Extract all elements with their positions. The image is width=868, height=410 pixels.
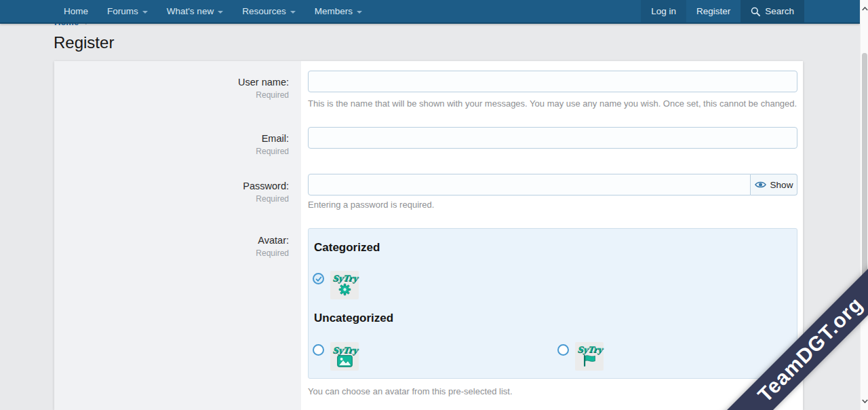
avatar-name-text: SyTry bbox=[332, 274, 357, 282]
avatar-help-text: You can choose an avatar from this pre-s… bbox=[308, 386, 797, 396]
avatar-option-picture[interactable]: SyTry bbox=[313, 342, 359, 371]
radio-unchecked-icon[interactable] bbox=[313, 344, 324, 356]
page-title: Register bbox=[54, 33, 114, 52]
radio-unchecked-icon[interactable] bbox=[557, 344, 569, 356]
email-field[interactable] bbox=[308, 127, 797, 149]
scrollbar[interactable] bbox=[860, 0, 868, 410]
radio-checked-icon[interactable] bbox=[313, 273, 324, 284]
scroll-up-arrow-icon[interactable] bbox=[861, 4, 868, 14]
avatar-name-text: SyTry bbox=[576, 346, 602, 354]
search-label: Search bbox=[765, 6, 794, 16]
search-icon bbox=[751, 7, 760, 16]
email-label: Email: bbox=[54, 133, 289, 144]
password-label: Password: bbox=[54, 181, 289, 191]
top-navbar: Home Forums What's new Resources Members… bbox=[0, 0, 860, 24]
avatar-image[interactable]: SyTry bbox=[330, 342, 359, 371]
login-button[interactable]: Log in bbox=[641, 0, 686, 22]
chevron-down-icon bbox=[218, 11, 223, 14]
nav-item-label: What's new bbox=[167, 6, 214, 16]
avatar-label: Avatar: bbox=[54, 235, 289, 246]
nav-item-label: Forums bbox=[107, 6, 138, 16]
password-help-text: Entering a password is required. bbox=[308, 200, 797, 210]
register-label: Register bbox=[696, 6, 730, 16]
username-required-hint: Required bbox=[54, 90, 289, 100]
avatar-group-heading-categorized: Categorized bbox=[314, 241, 380, 255]
register-form-card: User name: Required This is the name tha… bbox=[54, 61, 803, 410]
nav-item-forums[interactable]: Forums bbox=[98, 0, 157, 22]
chevron-down-icon bbox=[290, 11, 296, 14]
chevron-down-icon bbox=[142, 11, 148, 14]
scrollbar-thumb[interactable] bbox=[862, 53, 867, 294]
avatar-image[interactable]: SyTry bbox=[575, 342, 604, 371]
gear-icon bbox=[338, 283, 351, 296]
show-password-button[interactable]: Show bbox=[751, 174, 797, 195]
username-input[interactable] bbox=[308, 71, 797, 92]
password-required-hint: Required bbox=[54, 194, 289, 204]
nav-item-home[interactable]: Home bbox=[54, 0, 98, 22]
show-password-label: Show bbox=[770, 180, 793, 190]
nav-item-label: Resources bbox=[242, 6, 286, 16]
eye-icon bbox=[755, 181, 766, 189]
email-required-hint: Required bbox=[54, 147, 289, 156]
nav-user-actions: Log in Register Search bbox=[641, 0, 804, 22]
avatar-group-heading-uncategorized: Uncategorized bbox=[314, 312, 393, 325]
nav-item-whats-new[interactable]: What's new bbox=[157, 0, 233, 22]
chevron-down-icon bbox=[357, 11, 362, 14]
username-label: User name: bbox=[54, 77, 289, 88]
nav-item-resources[interactable]: Resources bbox=[233, 0, 305, 22]
password-input[interactable] bbox=[308, 174, 751, 195]
avatar-option-flag[interactable]: SyTry bbox=[557, 342, 604, 371]
nav-item-members[interactable]: Members bbox=[305, 0, 372, 22]
scroll-down-arrow-icon[interactable] bbox=[861, 396, 868, 406]
search-button[interactable]: Search bbox=[741, 0, 804, 22]
login-label: Log in bbox=[651, 6, 676, 16]
avatar-option-gear[interactable]: SyTry bbox=[313, 271, 359, 299]
register-button[interactable]: Register bbox=[686, 0, 741, 22]
picture-icon bbox=[337, 355, 353, 367]
nav-item-label: Members bbox=[315, 6, 353, 16]
flag-icon bbox=[583, 354, 596, 367]
avatar-chooser-panel: Categorized SyTry bbox=[308, 228, 797, 379]
avatar-name-text: SyTry bbox=[332, 346, 357, 354]
avatar-required-hint: Required bbox=[54, 248, 289, 258]
username-help-text: This is the name that will be shown with… bbox=[308, 98, 797, 109]
nav-item-label: Home bbox=[64, 6, 88, 16]
avatar-image[interactable]: SyTry bbox=[330, 271, 359, 299]
